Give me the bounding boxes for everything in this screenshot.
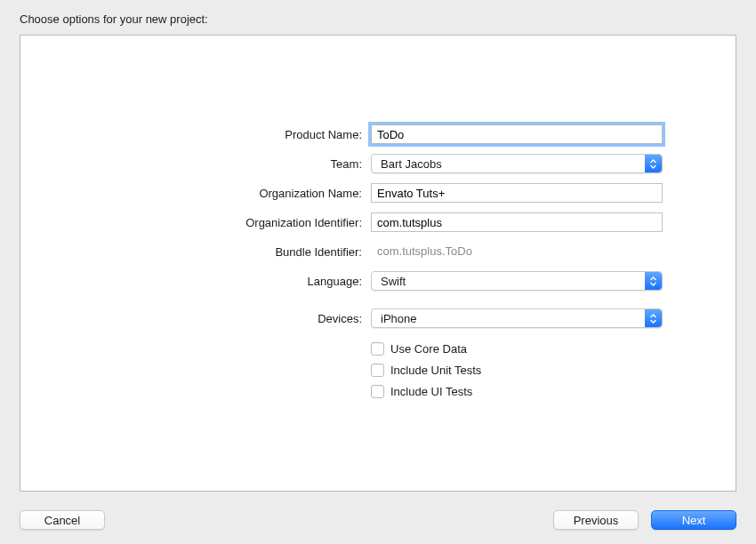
bundle-identifier-value: com.tutsplus.ToDo [371,242,663,261]
cancel-button[interactable]: Cancel [20,510,105,530]
team-row: Team: Bart Jacobs [84,154,672,173]
language-row: Language: Swift [84,271,672,291]
bundle-identifier-row: Bundle Identifier: com.tutsplus.ToDo [84,242,672,261]
team-popup-value: Bart Jacobs [381,157,442,171]
chevron-updown-icon [645,155,662,172]
devices-row: Devices: iPhone [84,308,672,328]
team-label: Team: [84,157,371,171]
devices-popup-value: iPhone [381,312,416,325]
organization-name-label: Organization Name: [84,187,371,200]
content-panel: Product Name: Team: Bart Jacobs [20,35,736,492]
dialog-footer: Cancel Previous Next [0,496,756,544]
next-button[interactable]: Next [651,510,736,530]
new-project-dialog: Choose options for your new project: Pro… [0,0,756,544]
checkbox-group: Use Core Data Include Unit Tests Include… [371,338,672,402]
use-core-data-row: Use Core Data [371,338,672,359]
language-popup-value: Swift [381,275,406,288]
use-core-data-label: Use Core Data [390,342,467,356]
language-label: Language: [84,275,371,288]
include-ui-tests-row: Include UI Tests [371,380,672,402]
organization-identifier-label: Organization Identifier: [84,216,371,229]
project-options-form: Product Name: Team: Bart Jacobs [84,124,672,402]
devices-popup[interactable]: iPhone [371,308,663,328]
product-name-label: Product Name: [84,128,371,141]
include-unit-tests-label: Include Unit Tests [390,364,481,377]
team-popup[interactable]: Bart Jacobs [371,154,663,173]
use-core-data-checkbox[interactable] [371,342,384,356]
chevron-updown-icon [645,309,662,327]
include-unit-tests-checkbox[interactable] [371,364,384,377]
bundle-identifier-label: Bundle Identifier: [84,245,371,259]
product-name-input[interactable] [371,124,663,144]
product-name-row: Product Name: [84,124,672,144]
dialog-title: Choose options for your new project: [0,0,756,35]
include-unit-tests-row: Include Unit Tests [371,359,672,380]
include-ui-tests-checkbox[interactable] [371,385,384,398]
devices-label: Devices: [84,312,371,325]
organization-identifier-input[interactable] [371,212,663,232]
chevron-updown-icon [645,272,662,290]
previous-button[interactable]: Previous [553,510,639,530]
organization-name-input[interactable] [371,183,663,203]
language-popup[interactable]: Swift [371,271,663,291]
include-ui-tests-label: Include UI Tests [390,385,472,398]
organization-name-row: Organization Name: [84,183,672,203]
organization-identifier-row: Organization Identifier: [84,212,672,232]
